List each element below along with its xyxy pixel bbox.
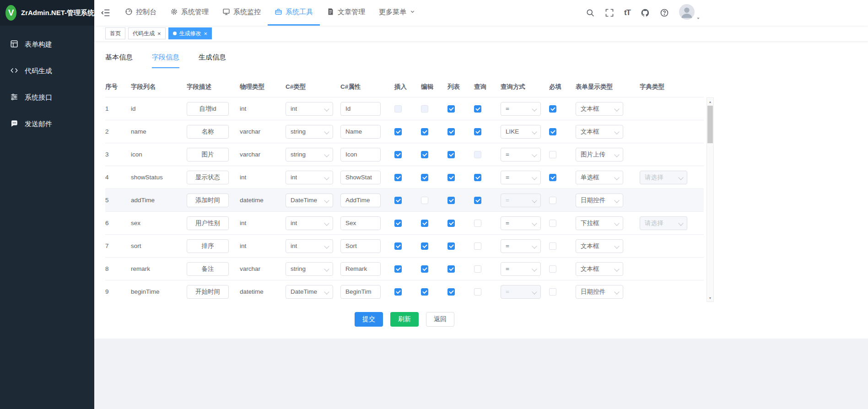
csharp-type-select[interactable]: int [286,171,333,184]
edit-checkbox[interactable] [421,105,428,113]
back-button[interactable]: 返回 [426,312,454,327]
csharp-property-input[interactable] [340,285,381,299]
refresh-button[interactable]: 刷新 [390,312,419,327]
query-method-select[interactable]: = [501,239,541,253]
insert-checkbox[interactable] [394,105,402,113]
query-method-select[interactable]: = [501,285,541,299]
scroll-up-icon[interactable]: ▲ [707,98,713,105]
csharp-type-select[interactable]: string [286,148,333,161]
display-type-select[interactable]: 文本框 [576,239,623,253]
insert-checkbox[interactable] [394,288,402,296]
required-checkbox[interactable] [549,105,556,113]
nav-item-system-manage[interactable]: 系统管理 [163,0,216,26]
query-checkbox[interactable] [474,265,481,273]
csharp-property-input[interactable] [340,148,381,161]
edit-checkbox[interactable] [421,288,428,296]
query-checkbox[interactable] [474,242,481,250]
insert-checkbox[interactable] [394,128,402,135]
dict-type-select[interactable]: 请选择 [640,171,687,184]
query-method-select[interactable]: = [501,102,541,116]
description-input[interactable] [187,216,229,230]
user-menu[interactable] [679,4,701,22]
tag-code-gen[interactable]: 代码生成 × [128,27,166,39]
display-type-select[interactable]: 文本框 [576,262,623,276]
query-method-select[interactable]: LIKE [501,125,541,139]
query-checkbox[interactable] [474,197,481,204]
edit-checkbox[interactable] [421,151,428,158]
display-type-select[interactable]: 下拉框 [576,216,623,230]
query-checkbox[interactable] [474,220,481,227]
query-checkbox[interactable] [474,105,481,113]
list-checkbox[interactable] [447,105,455,113]
query-checkbox[interactable] [474,151,481,158]
list-checkbox[interactable] [447,151,455,158]
nav-item-more-menus[interactable]: 更多菜单 [372,0,422,26]
nav-item-system-monitor[interactable]: 系统监控 [216,0,268,26]
sidebar-item-send-mail[interactable]: 发送邮件 [0,111,94,137]
insert-checkbox[interactable] [394,174,402,181]
csharp-type-select[interactable]: int [286,102,333,116]
github-icon[interactable] [641,8,650,17]
help-icon[interactable] [660,8,669,17]
description-input[interactable] [187,171,229,184]
list-checkbox[interactable] [447,288,455,296]
tab-basic-info[interactable]: 基本信息 [105,53,133,68]
app-logo[interactable]: V ZrAdmin.NET-管理系统 [0,0,94,26]
required-checkbox[interactable] [549,242,556,250]
edit-checkbox[interactable] [421,197,428,204]
csharp-type-select[interactable]: string [286,125,333,139]
list-checkbox[interactable] [447,265,455,273]
nav-item-system-tools[interactable]: 系统工具 [268,0,320,26]
search-icon[interactable] [586,8,595,17]
insert-checkbox[interactable] [394,265,402,273]
required-checkbox[interactable] [549,220,556,227]
edit-checkbox[interactable] [421,128,428,135]
query-method-select[interactable]: = [501,216,541,230]
list-checkbox[interactable] [447,128,455,135]
insert-checkbox[interactable] [394,197,402,204]
fullscreen-icon[interactable] [605,8,614,17]
description-input[interactable] [187,262,229,276]
insert-checkbox[interactable] [394,242,402,250]
description-input[interactable] [187,125,229,139]
font-size-icon[interactable]: tT [624,8,631,17]
edit-checkbox[interactable] [421,174,428,181]
query-method-select[interactable]: = [501,171,541,184]
edit-checkbox[interactable] [421,220,428,227]
csharp-property-input[interactable] [340,239,381,253]
display-type-select[interactable]: 日期控件 [576,285,623,299]
csharp-type-select[interactable]: DateTime [286,194,333,207]
sidebar-item-api[interactable]: 系统接口 [0,84,94,111]
csharp-type-select[interactable]: int [286,216,333,230]
display-type-select[interactable]: 文本框 [576,125,623,139]
csharp-type-select[interactable]: int [286,239,333,253]
display-type-select[interactable]: 单选框 [576,171,623,184]
csharp-property-input[interactable] [340,194,381,207]
display-type-select[interactable]: 日期控件 [576,194,623,207]
display-type-select[interactable]: 图片上传 [576,148,623,161]
csharp-property-input[interactable] [340,125,381,139]
dict-type-select[interactable]: 请选择 [640,216,687,230]
query-checkbox[interactable] [474,288,481,296]
nav-item-console[interactable]: 控制台 [118,0,163,26]
description-input[interactable] [187,285,229,299]
edit-checkbox[interactable] [421,265,428,273]
sidebar-item-form-build[interactable]: 表单构建 [0,31,94,58]
scroll-down-icon[interactable]: ▼ [707,295,713,301]
csharp-property-input[interactable] [340,216,381,230]
csharp-property-input[interactable] [340,102,381,116]
edit-checkbox[interactable] [421,242,428,250]
scrollbar-thumb[interactable] [707,106,713,143]
tag-gen-edit[interactable]: 生成修改 × [168,27,212,39]
submit-button[interactable]: 提交 [355,312,383,327]
close-icon[interactable]: × [157,31,161,37]
csharp-type-select[interactable]: DateTime [286,285,333,299]
query-checkbox[interactable] [474,128,481,135]
sidebar-item-code-gen[interactable]: 代码生成 [0,58,94,84]
close-icon[interactable]: × [204,31,208,37]
vertical-scrollbar[interactable]: ▲ ▼ [706,97,714,302]
required-checkbox[interactable] [549,151,556,158]
description-input[interactable] [187,239,229,253]
insert-checkbox[interactable] [394,151,402,158]
csharp-property-input[interactable] [340,171,381,184]
